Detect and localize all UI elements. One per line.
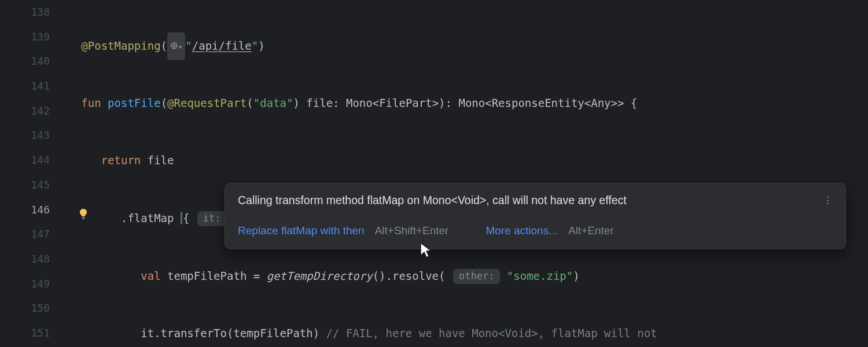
code-line[interactable]: val tempFilePath = getTempDirectory().re… (61, 264, 868, 289)
code-area[interactable]: @PostMapping(▾"/api/file") fun postFile(… (61, 0, 868, 347)
line-number: 148 (0, 247, 50, 272)
svg-rect-2 (82, 218, 84, 219)
code-text: ().resolve( (373, 270, 446, 282)
inspection-popup: Calling transform method flatMap on Mono… (225, 183, 846, 249)
comment: // FAIL, here we have Mono<Void>, flatMa… (326, 327, 657, 339)
mouse-cursor-icon (419, 242, 433, 261)
code-line[interactable]: @PostMapping(▾"/api/file") (61, 33, 868, 58)
keyword: fun (81, 97, 101, 109)
line-number: 138 (0, 0, 50, 25)
annotation: @RequestPart (167, 97, 247, 109)
line-number: 142 (0, 99, 50, 124)
method-call: getTempDirectory (267, 270, 373, 282)
line-number: 141 (0, 74, 50, 99)
line-number: 143 (0, 123, 50, 148)
line-number: 150 (0, 296, 50, 321)
code-line[interactable]: it.transferTo(tempFilePath) // FAIL, her… (61, 321, 868, 346)
annotation: @PostMapping (81, 39, 160, 52)
shortcut-hint: Alt+Shift+Enter (375, 225, 449, 236)
function-name: postFile (108, 97, 161, 109)
line-number: 151 (0, 321, 50, 346)
line-number: 146 (0, 198, 50, 223)
svg-rect-1 (82, 217, 85, 218)
code-line[interactable]: fun postFile(@RequestPart("data") file: … (61, 91, 868, 116)
keyword: val (141, 270, 160, 282)
identifier: file (141, 154, 174, 167)
inspection-message: Calling transform method flatMap on Mono… (238, 195, 627, 206)
more-vertical-icon[interactable]: ⋮ (822, 200, 833, 202)
more-actions-link[interactable]: More actions... (486, 225, 558, 236)
intention-bulb-icon[interactable] (76, 207, 90, 221)
shortcut-hint: Alt+Enter (568, 225, 614, 236)
line-number: 139 (0, 25, 50, 50)
gutter: 138 139 140 141 142 143 144 145 146 147 … (0, 0, 61, 347)
parameter-hint: other: (453, 269, 500, 284)
string: "data" (253, 97, 293, 109)
code-text: it.transferTo(tempFilePath) (141, 327, 326, 339)
line-number: 149 (0, 272, 50, 297)
line-number: 144 (0, 148, 50, 173)
method-call: .flatMap (121, 212, 181, 224)
code-line[interactable]: return file (61, 148, 868, 173)
line-number: 147 (0, 222, 50, 247)
code-text: file: Mono<FilePart>): Mono<ResponseEnti… (300, 97, 637, 109)
string: "some.zip" (507, 270, 573, 282)
url-inlay-icon[interactable]: ▾ (167, 32, 185, 60)
line-number: 145 (0, 173, 50, 198)
code-editor[interactable]: 138 139 140 141 142 143 144 145 146 147 … (0, 0, 868, 347)
keyword: return (101, 154, 141, 167)
identifier: tempFilePath = (161, 270, 267, 282)
url-path[interactable]: /api/file (192, 39, 252, 52)
code-text: ) (573, 270, 579, 282)
quickfix-replace-action[interactable]: Replace flatMap with then (238, 225, 365, 236)
line-number: 140 (0, 49, 50, 74)
